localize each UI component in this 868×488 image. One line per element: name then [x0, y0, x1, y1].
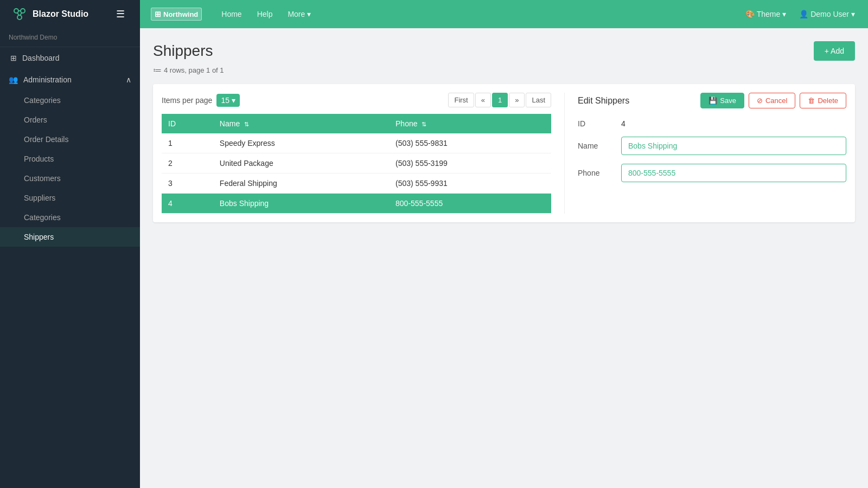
edit-panel-actions: 💾 Save ⊘ Cancel 🗑 Delete: [700, 93, 846, 108]
cell-id: 4: [162, 194, 213, 214]
save-icon: 💾: [709, 97, 717, 105]
table-header-row: ID Name ⇅ Phone ⇅: [162, 114, 551, 133]
svg-line-4: [17, 13, 19, 15]
phone-label: Phone: [578, 169, 621, 177]
svg-point-2: [17, 15, 22, 20]
cell-phone: (503) 555-9831: [389, 133, 551, 153]
user-chevron-icon: ▾: [851, 10, 855, 18]
col-phone[interactable]: Phone ⇅: [389, 114, 551, 133]
nav-right: 🎨 Theme ▾ 👤 Demo User ▾: [741, 8, 859, 21]
table-section: Items per page 15 ▾ First « 1 » Last: [162, 93, 551, 214]
rows-info: ≔ 4 rows, page 1 of 1: [153, 65, 855, 75]
delete-icon: 🗑: [808, 97, 815, 105]
user-menu[interactable]: 👤 Demo User ▾: [795, 8, 859, 21]
pagination-prev[interactable]: «: [475, 93, 491, 107]
cell-id: 1: [162, 133, 213, 153]
page-title: Shippers: [153, 42, 213, 60]
svg-line-5: [20, 13, 22, 15]
col-id: ID: [162, 114, 213, 133]
edit-panel-header: Edit Shippers 💾 Save ⊘ Cancel 🗑 Delete: [578, 93, 846, 108]
items-per-page-label: Items per page: [162, 96, 212, 105]
cell-phone: 800-555-5555: [389, 194, 551, 214]
edit-panel: Edit Shippers 💾 Save ⊘ Cancel 🗑 Delete: [564, 93, 846, 214]
table-body: 1Speedy Express(503) 555-98312United Pac…: [162, 133, 551, 214]
sidebar-item-suppliers[interactable]: Suppliers: [0, 188, 140, 208]
nav-home[interactable]: Home: [215, 7, 248, 22]
sidebar-demo-label: Northwind Demo: [0, 28, 140, 47]
sidebar: Northwind Demo ⊞ Dashboard 👥 Administrat…: [0, 28, 140, 488]
sidebar-item-categories[interactable]: Categories: [0, 91, 140, 110]
northwind-label: Northwind: [163, 10, 198, 18]
cell-phone: (503) 555-3199: [389, 153, 551, 174]
name-label: Name: [578, 142, 621, 150]
brand-area: Blazor Studio ☰: [0, 0, 140, 28]
nav-more[interactable]: More ▾: [281, 7, 317, 22]
pagination-current[interactable]: 1: [492, 93, 508, 107]
sidebar-section-administration[interactable]: 👥 Administration ∧: [0, 69, 140, 91]
table-row[interactable]: 4Bobs Shipping800-555-5555: [162, 194, 551, 214]
add-button[interactable]: + Add: [814, 41, 855, 61]
pagination-last[interactable]: Last: [526, 93, 551, 107]
nav-links: Home Help More ▾: [215, 7, 317, 22]
content-panel: Items per page 15 ▾ First « 1 » Last: [153, 84, 855, 222]
chevron-up-icon: ∧: [126, 75, 131, 84]
phone-sort-icon: ⇅: [422, 121, 426, 127]
northwind-logo: ⊞ Northwind: [151, 8, 202, 21]
cell-id: 3: [162, 174, 213, 194]
name-sort-icon: ⇅: [244, 121, 249, 127]
hamburger-button[interactable]: ☰: [112, 6, 129, 22]
data-table: ID Name ⇅ Phone ⇅: [162, 114, 551, 214]
svg-point-0: [14, 9, 18, 13]
cell-name: Speedy Express: [213, 133, 389, 153]
brand-name: Blazor Studio: [33, 9, 88, 19]
sidebar-item-customers[interactable]: Customers: [0, 169, 140, 188]
chevron-down-icon: ▾: [307, 10, 311, 18]
administration-icon: 👥: [9, 75, 18, 84]
phone-input[interactable]: [621, 164, 846, 182]
table-toolbar: Items per page 15 ▾ First « 1 » Last: [162, 93, 551, 107]
col-name[interactable]: Name ⇅: [213, 114, 389, 133]
cell-name: Bobs Shipping: [213, 194, 389, 214]
pagination-first[interactable]: First: [448, 93, 474, 107]
cell-name: United Package: [213, 153, 389, 174]
field-row-phone: Phone: [578, 164, 846, 182]
table-row[interactable]: 2United Package(503) 555-3199: [162, 153, 551, 174]
brand-icon: [11, 5, 28, 23]
pagination: First « 1 » Last: [448, 93, 551, 107]
cancel-icon: ⊘: [757, 97, 763, 105]
edit-panel-title: Edit Shippers: [578, 96, 629, 106]
theme-chevron-icon: ▾: [782, 10, 786, 18]
items-per-page-select[interactable]: 15 ▾: [216, 94, 240, 107]
cell-id: 2: [162, 153, 213, 174]
rows-info-icon: ≔: [153, 65, 162, 75]
cell-phone: (503) 555-9931: [389, 174, 551, 194]
cancel-button[interactable]: ⊘ Cancel: [749, 93, 795, 108]
svg-point-1: [21, 9, 25, 13]
table-row[interactable]: 3Federal Shipping(503) 555-9931: [162, 174, 551, 194]
page-header: Shippers + Add: [153, 41, 855, 61]
top-navbar: Blazor Studio ☰ ⊞ Northwind Home Help Mo…: [0, 0, 868, 28]
sidebar-item-products[interactable]: Products: [0, 149, 140, 169]
nav-help[interactable]: Help: [251, 7, 279, 22]
app-body: Northwind Demo ⊞ Dashboard 👥 Administrat…: [0, 28, 868, 488]
name-input[interactable]: [621, 137, 846, 155]
delete-button[interactable]: 🗑 Delete: [800, 93, 846, 108]
sidebar-item-dashboard[interactable]: ⊞ Dashboard: [0, 47, 140, 69]
sidebar-item-shippers[interactable]: Shippers: [0, 227, 140, 247]
sidebar-item-order-details[interactable]: Order Details: [0, 130, 140, 149]
user-icon: 👤: [799, 10, 808, 18]
theme-icon: 🎨: [745, 10, 755, 18]
id-value: 4: [621, 119, 626, 128]
pagination-next[interactable]: »: [509, 93, 525, 107]
sidebar-item-orders[interactable]: Orders: [0, 110, 140, 130]
field-row-id: ID 4: [578, 119, 846, 128]
cell-name: Federal Shipping: [213, 174, 389, 194]
main-content: Shippers + Add ≔ 4 rows, page 1 of 1 Ite…: [140, 28, 868, 488]
field-row-name: Name: [578, 137, 846, 155]
sidebar-item-categories2[interactable]: Categories: [0, 208, 140, 227]
table-row[interactable]: 1Speedy Express(503) 555-9831: [162, 133, 551, 153]
dashboard-icon: ⊞: [10, 54, 17, 62]
theme-button[interactable]: 🎨 Theme ▾: [741, 8, 791, 21]
id-label: ID: [578, 119, 621, 128]
save-button[interactable]: 💾 Save: [700, 93, 744, 108]
